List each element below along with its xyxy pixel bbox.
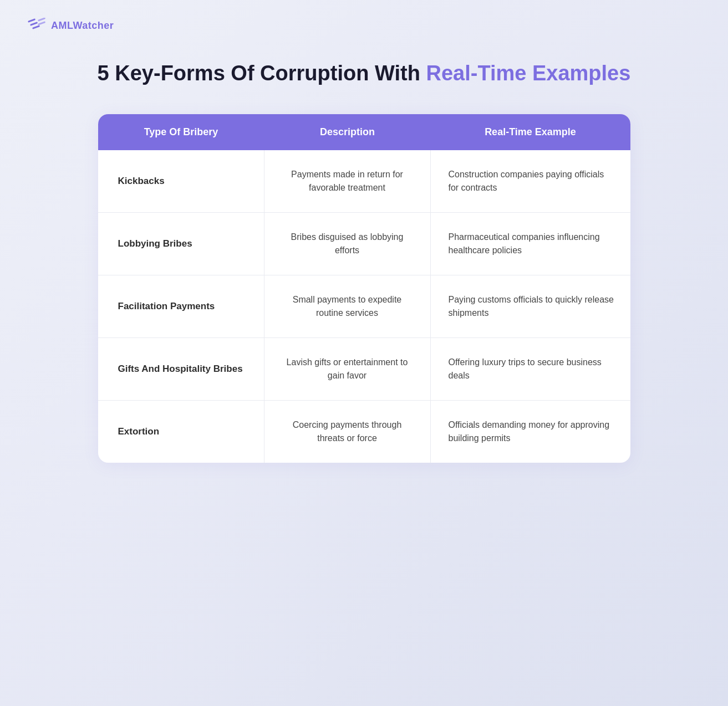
header-example: Real-Time Example <box>431 114 630 150</box>
title-part1: 5 Key-Forms Of Corruption With <box>98 62 426 85</box>
cell-description-2: Small payments to expedite routine servi… <box>264 275 431 337</box>
cell-example-3: Offering luxury trips to secure business… <box>431 338 630 400</box>
cell-example-0: Construction companies paying officials … <box>431 150 630 212</box>
svg-rect-1 <box>30 22 38 26</box>
cell-type-1: Lobbying Bribes <box>98 213 264 275</box>
logo-area: AMLWatcher <box>0 0 728 33</box>
svg-rect-4 <box>38 21 45 25</box>
cell-example-4: Officials demanding money for approving … <box>431 401 630 463</box>
cell-example-2: Paying customs officials to quickly rele… <box>431 275 630 337</box>
cell-type-0: Kickbacks <box>98 150 264 212</box>
cell-description-1: Bribes disguised as lobbying efforts <box>264 213 431 275</box>
cell-example-1: Pharmaceutical companies influencing hea… <box>431 213 630 275</box>
title-part2: Real-Time Examples <box>426 62 630 85</box>
cell-description-4: Coercing payments through threats or for… <box>264 401 431 463</box>
page-title: 5 Key-Forms Of Corruption With Real-Time… <box>98 61 631 86</box>
logo-light: Watcher <box>73 20 114 31</box>
table-body: KickbacksPayments made in return for fav… <box>98 150 630 463</box>
header-type: Type Of Bribery <box>98 114 264 150</box>
table-header: Type Of Bribery Description Real-Time Ex… <box>98 114 630 150</box>
logo-text: AMLWatcher <box>51 20 114 32</box>
cell-description-3: Lavish gifts or entertainment to gain fa… <box>264 338 431 400</box>
table-row: Facilitation PaymentsSmall payments to e… <box>98 275 630 338</box>
cell-description-0: Payments made in return for favorable tr… <box>264 150 431 212</box>
table-row: ExtortionCoercing payments through threa… <box>98 401 630 463</box>
logo-icon <box>28 18 45 33</box>
header-description: Description <box>264 114 431 150</box>
corruption-table: Type Of Bribery Description Real-Time Ex… <box>98 114 630 463</box>
cell-type-4: Extortion <box>98 401 264 463</box>
logo-bold: AML <box>51 20 73 31</box>
table-row: Gifts And Hospitality BribesLavish gifts… <box>98 338 630 401</box>
table-row: KickbacksPayments made in return for fav… <box>98 150 630 213</box>
svg-rect-3 <box>38 18 45 22</box>
svg-rect-2 <box>32 25 40 29</box>
table-row: Lobbying BribesBribes disguised as lobby… <box>98 213 630 275</box>
cell-type-3: Gifts And Hospitality Bribes <box>98 338 264 400</box>
cell-type-2: Facilitation Payments <box>98 275 264 337</box>
svg-rect-0 <box>28 18 35 23</box>
